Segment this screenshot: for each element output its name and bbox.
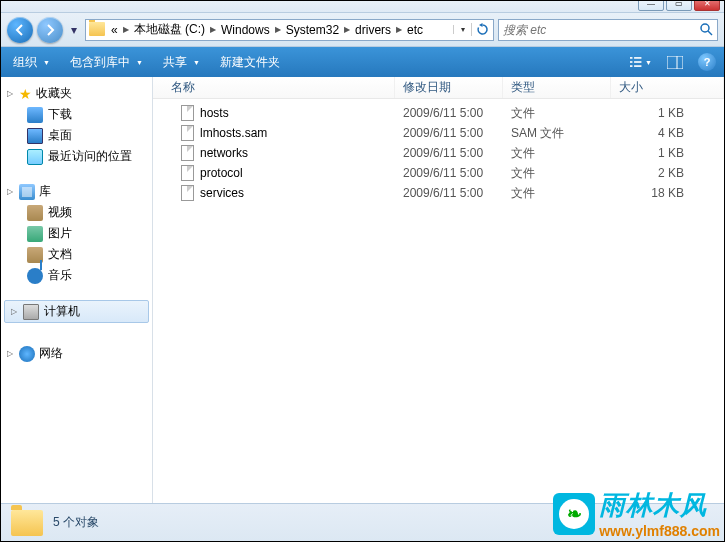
file-icon xyxy=(181,125,194,141)
organize-menu[interactable]: 组织▼ xyxy=(9,51,54,74)
file-name: services xyxy=(200,186,244,200)
file-row[interactable]: hosts 2009/6/11 5:00 文件 1 KB xyxy=(153,103,724,123)
breadcrumb-overflow[interactable]: « xyxy=(108,23,121,37)
back-button[interactable] xyxy=(7,17,33,43)
svg-rect-5 xyxy=(634,61,641,63)
refresh-button[interactable] xyxy=(471,23,493,36)
column-header-type[interactable]: 类型 xyxy=(503,77,611,98)
downloads-icon xyxy=(27,107,43,123)
collapse-icon: ▷ xyxy=(7,89,19,98)
file-size: 4 KB xyxy=(611,126,724,140)
file-name: hosts xyxy=(200,106,229,120)
file-type: 文件 xyxy=(503,105,611,122)
breadcrumb-seg-3[interactable]: drivers xyxy=(352,23,394,37)
file-name: networks xyxy=(200,146,248,160)
star-icon: ★ xyxy=(19,86,32,102)
navigation-bar: ▾ « ▶ 本地磁盘 (C:) ▶ Windows ▶ System32 ▶ d… xyxy=(1,13,724,47)
sidebar-item-recent[interactable]: 最近访问的位置 xyxy=(1,146,152,167)
file-row[interactable]: lmhosts.sam 2009/6/11 5:00 SAM 文件 4 KB xyxy=(153,123,724,143)
svg-rect-2 xyxy=(630,57,632,59)
view-options-button[interactable]: ▼ xyxy=(630,51,652,73)
sidebar-label: 网络 xyxy=(39,345,63,362)
breadcrumb-seg-4[interactable]: etc xyxy=(404,23,426,37)
file-type: 文件 xyxy=(503,165,611,182)
file-date: 2009/6/11 5:00 xyxy=(395,166,503,180)
video-icon xyxy=(27,205,43,221)
file-row[interactable]: networks 2009/6/11 5:00 文件 1 KB xyxy=(153,143,724,163)
svg-rect-8 xyxy=(667,56,683,69)
command-bar: 组织▼ 包含到库中▼ 共享▼ 新建文件夹 ▼ ? xyxy=(1,47,724,77)
preview-pane-icon xyxy=(667,56,683,69)
watermark-url: www.ylmf888.com xyxy=(599,523,720,539)
file-date: 2009/6/11 5:00 xyxy=(395,126,503,140)
file-size: 18 KB xyxy=(611,186,724,200)
sidebar-item-label: 文档 xyxy=(48,246,72,263)
chevron-down-icon: ▼ xyxy=(136,59,143,66)
search-box[interactable] xyxy=(498,19,718,41)
sidebar-item-videos[interactable]: 视频 xyxy=(1,202,152,223)
close-button[interactable]: ✕ xyxy=(694,0,720,11)
sidebar-libraries[interactable]: ▷ 库 xyxy=(1,181,152,202)
sidebar-network[interactable]: ▷ 网络 xyxy=(1,343,152,364)
search-button[interactable] xyxy=(695,23,717,36)
include-in-library-menu[interactable]: 包含到库中▼ xyxy=(66,51,147,74)
chevron-right-icon: ▶ xyxy=(273,25,283,34)
column-header-name[interactable]: 名称 xyxy=(153,77,395,98)
sidebar-item-downloads[interactable]: 下载 xyxy=(1,104,152,125)
file-list-pane: 名称 修改日期 类型 大小 hosts 2009/6/11 5:00 文件 1 … xyxy=(153,77,724,503)
nav-history-dropdown[interactable]: ▾ xyxy=(67,19,81,41)
forward-button[interactable] xyxy=(37,17,63,43)
minimize-button[interactable]: — xyxy=(638,0,664,11)
breadcrumb-seg-2[interactable]: System32 xyxy=(283,23,342,37)
svg-point-0 xyxy=(701,24,709,32)
breadcrumb-seg-0[interactable]: 本地磁盘 (C:) xyxy=(131,21,208,38)
sidebar-item-desktop[interactable]: 桌面 xyxy=(1,125,152,146)
sidebar-label: 库 xyxy=(39,183,51,200)
breadcrumb-seg-1[interactable]: Windows xyxy=(218,23,273,37)
file-type: 文件 xyxy=(503,145,611,162)
sidebar-item-music[interactable]: 音乐 xyxy=(1,265,152,286)
file-date: 2009/6/11 5:00 xyxy=(395,146,503,160)
pictures-icon xyxy=(27,226,43,242)
file-icon xyxy=(181,145,194,161)
address-dropdown[interactable]: ▾ xyxy=(453,25,471,34)
library-icon xyxy=(19,184,35,200)
svg-rect-6 xyxy=(630,65,632,67)
svg-rect-3 xyxy=(634,57,641,59)
status-count: 5 个对象 xyxy=(53,514,99,531)
file-icon xyxy=(181,105,194,121)
sidebar-item-pictures[interactable]: 图片 xyxy=(1,223,152,244)
sidebar-favorites[interactable]: ▷ ★ 收藏夹 xyxy=(1,83,152,104)
sidebar-item-label: 视频 xyxy=(48,204,72,221)
column-headers: 名称 修改日期 类型 大小 xyxy=(153,77,724,99)
watermark: ❧ 雨林木风 www.ylmf888.com xyxy=(553,488,720,539)
sidebar-item-label: 桌面 xyxy=(48,127,72,144)
watermark-brand: 雨林木风 xyxy=(599,488,720,523)
search-icon xyxy=(700,23,713,36)
file-row[interactable]: services 2009/6/11 5:00 文件 18 KB xyxy=(153,183,724,203)
column-header-date[interactable]: 修改日期 xyxy=(395,77,503,98)
sidebar-item-label: 最近访问的位置 xyxy=(48,148,132,165)
file-type: 文件 xyxy=(503,185,611,202)
sidebar-item-label: 下载 xyxy=(48,106,72,123)
help-button[interactable]: ? xyxy=(698,53,716,71)
share-menu[interactable]: 共享▼ xyxy=(159,51,204,74)
preview-pane-button[interactable] xyxy=(664,51,686,73)
file-date: 2009/6/11 5:00 xyxy=(395,186,503,200)
file-size: 2 KB xyxy=(611,166,724,180)
sidebar-computer[interactable]: ▷ 计算机 xyxy=(4,300,149,323)
folder-icon xyxy=(89,22,105,38)
music-icon xyxy=(27,268,43,284)
navigation-pane: ▷ ★ 收藏夹 下载 桌面 最近访问的位置 ▷ 库 视频 图片 文档 音乐 ▷ xyxy=(1,77,153,503)
column-header-size[interactable]: 大小 xyxy=(611,77,724,98)
sidebar-item-documents[interactable]: 文档 xyxy=(1,244,152,265)
collapse-icon: ▷ xyxy=(7,349,19,358)
address-bar[interactable]: « ▶ 本地磁盘 (C:) ▶ Windows ▶ System32 ▶ dri… xyxy=(85,19,494,41)
chevron-down-icon: ▼ xyxy=(43,59,50,66)
svg-rect-4 xyxy=(630,61,632,63)
maximize-button[interactable]: ▭ xyxy=(666,0,692,11)
new-folder-button[interactable]: 新建文件夹 xyxy=(216,51,284,74)
include-label: 包含到库中 xyxy=(70,54,130,71)
search-input[interactable] xyxy=(499,23,695,37)
file-row[interactable]: protocol 2009/6/11 5:00 文件 2 KB xyxy=(153,163,724,183)
